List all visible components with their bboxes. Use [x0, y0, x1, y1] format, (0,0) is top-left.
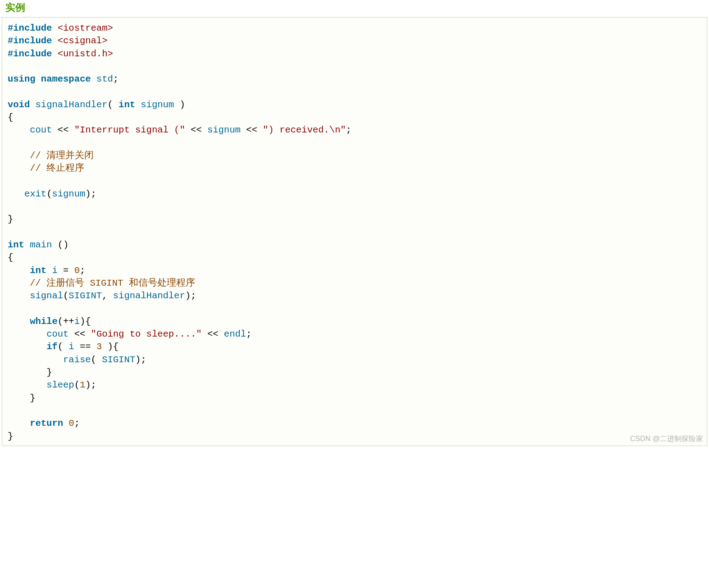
identifier-i: i	[74, 316, 80, 327]
preproc-include: #include	[8, 23, 52, 33]
rbrace: }	[8, 431, 13, 442]
number-literal: 3	[96, 342, 102, 352]
fn-exit: exit	[24, 189, 46, 199]
op-lshift: <<	[207, 329, 219, 339]
rparen: )	[63, 240, 69, 250]
keyword-if: if	[46, 342, 58, 352]
identifier-i: i	[69, 342, 74, 352]
identifier-sigint: SIGINT	[102, 355, 135, 365]
lparen: (	[91, 355, 96, 365]
lparen: (	[63, 291, 69, 301]
rparen: )	[85, 380, 91, 390]
preproc-include: #include	[8, 36, 52, 46]
fn-main: main	[30, 240, 52, 250]
code-block: #include <iostream> #include <csignal> #…	[3, 22, 706, 443]
string-literal: "Interrupt signal ("	[74, 125, 185, 135]
semicolon: ;	[91, 380, 96, 390]
rparen: )	[85, 189, 91, 199]
op-lshift: <<	[246, 125, 257, 135]
keyword-while: while	[30, 316, 58, 327]
lparen: (	[58, 342, 63, 352]
string-literal: ") received.\n"	[263, 125, 346, 135]
code-container: #include <iostream> #include <csignal> #…	[2, 17, 707, 446]
identifier-endl: endl	[224, 329, 246, 339]
semicolon: ;	[74, 418, 80, 428]
semicolon: ;	[191, 291, 196, 301]
rparen: )	[179, 100, 185, 110]
keyword-void: void	[8, 100, 30, 110]
lbrace: {	[113, 342, 119, 352]
identifier-signalHandler: signalHandler	[113, 291, 185, 301]
semicolon: ;	[346, 125, 352, 135]
include-path: <csignal>	[58, 36, 108, 46]
op-lshift: <<	[191, 125, 202, 135]
lparen: (	[46, 189, 52, 199]
document-container: 实例 #include <iostream> #include <csignal…	[0, 0, 709, 449]
semicolon: ;	[91, 189, 96, 199]
rparen: )	[135, 355, 141, 365]
preproc-include: #include	[8, 49, 52, 59]
rbrace: }	[30, 393, 35, 403]
op-eqeq: ==	[80, 342, 91, 352]
fn-raise: raise	[63, 355, 91, 365]
identifier-cout: cout	[30, 125, 52, 135]
rbrace: }	[8, 214, 13, 224]
lbrace: {	[85, 316, 91, 327]
identifier-std: std	[96, 74, 113, 84]
comment-terminate: // 终止程序	[30, 163, 96, 173]
string-literal: "Going to sleep...."	[91, 329, 202, 339]
semicolon: ;	[246, 329, 252, 339]
number-literal: 0	[69, 418, 74, 428]
identifier-i: i	[52, 265, 57, 276]
keyword-int: int	[119, 100, 135, 110]
keyword-return: return	[30, 418, 63, 428]
fn-sleep: sleep	[46, 380, 74, 390]
lbrace: {	[8, 112, 13, 123]
rbrace: }	[46, 367, 52, 378]
lparen: (	[58, 240, 63, 250]
example-title: 实例	[2, 0, 707, 17]
rparen: )	[108, 342, 113, 352]
op-lshift: <<	[58, 125, 69, 135]
keyword-using: using	[8, 74, 36, 84]
param-signum: signum	[141, 100, 174, 110]
include-path: <iostream>	[58, 23, 113, 33]
rparen: )	[185, 291, 191, 301]
number-literal: 1	[80, 380, 85, 390]
op-assign: =	[63, 265, 69, 276]
rparen: )	[80, 316, 85, 327]
identifier-signum: signum	[52, 189, 85, 199]
lparen: (	[107, 100, 113, 110]
identifier-signum: signum	[207, 125, 241, 135]
keyword-int: int	[30, 265, 46, 276]
semicolon: ;	[141, 355, 146, 365]
op-lshift: <<	[74, 329, 86, 339]
keyword-namespace: namespace	[41, 74, 91, 84]
semicolon: ;	[80, 265, 85, 276]
identifier-cout: cout	[46, 329, 69, 339]
lbrace: {	[8, 252, 13, 263]
include-path: <unistd.h>	[58, 49, 113, 59]
fn-signal: signal	[30, 291, 63, 301]
op-preinc: ++	[63, 316, 74, 327]
identifier-sigint: SIGINT	[69, 291, 102, 301]
lparen: (	[58, 316, 63, 327]
comment-register: // 注册信号 SIGINT 和信号处理程序	[30, 278, 195, 288]
fn-signalHandler: signalHandler	[36, 100, 108, 110]
comment-cleanup: // 清理并关闭	[30, 150, 94, 161]
semicolon: ;	[113, 74, 119, 84]
lparen: (	[74, 380, 80, 390]
keyword-int: int	[8, 240, 24, 250]
number-literal: 0	[74, 265, 80, 276]
comma: ,	[102, 291, 107, 301]
